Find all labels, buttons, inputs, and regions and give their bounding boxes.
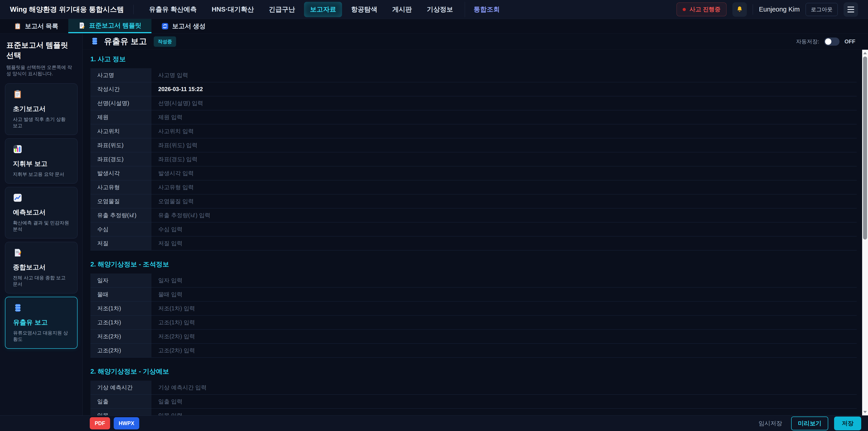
user-name: Eunjeong Kim (759, 6, 800, 13)
form-row: 작성시간2026-03-11 15:22 (90, 82, 857, 96)
template-card-3[interactable]: 예측보고서확산예측 결과 및 민감자원 분석 (5, 187, 78, 239)
autosave-toggle[interactable] (824, 37, 839, 45)
template-card-desc: 사고 발생 직후 초기 상황 보고 (13, 116, 70, 129)
tab-label: 보고서 목록 (25, 22, 58, 31)
incident-status-badge: 사고 진행중 (677, 2, 726, 16)
autosave-label: 자동저장: (796, 38, 819, 45)
incident-dot-icon (683, 8, 686, 11)
save-button[interactable]: 저장 (834, 417, 861, 430)
template-card-desc: 유류오염사고 대응지원 상황도 (13, 330, 69, 342)
field-input[interactable]: 좌표(경도) 입력 (151, 152, 857, 166)
field-label: 일출 (90, 395, 151, 408)
field-input[interactable]: 사고위치 입력 (151, 124, 857, 138)
field-input[interactable]: 사고명 입력 (151, 68, 857, 82)
nav-item-6[interactable]: 게시판 (386, 2, 418, 17)
form-table-1: 사고명사고명 입력작성시간2026-03-11 15:22선명(시설명)선명(시… (90, 68, 857, 250)
scroll-down-arrow-icon[interactable] (862, 409, 868, 415)
template-card-5[interactable]: 유출유 보고유류오염사고 대응지원 상황도 (5, 297, 78, 349)
template-card-4[interactable]: 종합보고서전체 사고 대응 종합 보고 문서 (5, 242, 78, 294)
nav-item-7[interactable]: 기상정보 (421, 2, 459, 17)
nav-item-8[interactable]: 통합조회 (465, 2, 506, 17)
field-input[interactable]: 사고유형 입력 (151, 180, 857, 194)
oil-barrel-icon (90, 37, 99, 45)
field-label: 저조(1차) (90, 302, 151, 315)
template-card-title: 종합보고서 (13, 263, 70, 272)
field-label: 사고유형 (90, 180, 151, 194)
field-input[interactable]: 고조(2차) 입력 (151, 343, 857, 357)
field-input[interactable]: 저조(2차) 입력 (151, 330, 857, 343)
field-input[interactable]: 저질 입력 (151, 237, 857, 250)
chart-line-icon (13, 193, 22, 203)
field-input[interactable]: 오염물질 입력 (151, 194, 857, 208)
chart-bar-icon (13, 145, 22, 154)
field-input[interactable]: 2026-03-11 15:22 (151, 82, 857, 96)
nav-item-2[interactable]: HNS·대기확산 (206, 2, 260, 17)
form-row: 사고명사고명 입력 (90, 68, 857, 82)
field-label: 일자 (90, 274, 151, 287)
tab-3[interactable]: 보고서 생성 (151, 19, 216, 33)
nav-item-1[interactable]: 유출유 확산예측 (143, 2, 203, 17)
field-label: 선명(시설명) (90, 96, 151, 110)
hwpx-export-button[interactable]: HWPX (114, 417, 139, 429)
field-input[interactable]: 제원 입력 (151, 110, 857, 124)
form-row: 제원제원 입력 (90, 110, 857, 124)
nav-item-4[interactable]: 보고자료 (304, 2, 342, 17)
form-table-2: 일자일자 입력물때물때 입력저조(1차)저조(1차) 입력고조(1차)고조(1차… (90, 274, 857, 358)
scroll-up-arrow-icon[interactable] (862, 50, 868, 56)
incident-badge-label: 사고 진행중 (689, 5, 720, 13)
template-card-title: 지휘부 보고 (13, 159, 70, 168)
field-input[interactable]: 저조(1차) 입력 (151, 302, 857, 315)
notifications-button[interactable] (733, 2, 747, 17)
form-row: 저조(2차)저조(2차) 입력 (90, 330, 857, 343)
tab-label: 보고서 생성 (172, 22, 206, 31)
field-input[interactable]: 일자 입력 (151, 274, 857, 287)
template-card-title: 예측보고서 (13, 208, 70, 217)
logout-button[interactable]: 로그아웃 (806, 3, 838, 16)
template-card-title: 초기보고서 (13, 104, 70, 114)
form-row: 좌표(위도)좌표(위도) 입력 (90, 138, 857, 152)
tab-1[interactable]: 보고서 목록 (4, 19, 68, 33)
field-label: 일몰 (90, 409, 151, 415)
field-input[interactable]: 물때 입력 (151, 287, 857, 301)
field-input[interactable]: 일몰 입력 (151, 409, 857, 415)
field-input[interactable]: 유출 추정량(㎘) 입력 (151, 208, 857, 222)
temp-save-button[interactable]: 임시저장 (758, 420, 782, 427)
toggle-knob (825, 38, 831, 45)
field-input[interactable]: 좌표(위도) 입력 (151, 138, 857, 152)
form-row: 유출 추정량(㎘)유출 추정량(㎘) 입력 (90, 208, 857, 222)
bell-icon (736, 6, 743, 13)
field-input[interactable]: 기상 예측시간 입력 (151, 380, 857, 394)
pdf-export-button[interactable]: PDF (90, 417, 110, 429)
nav-menu: 유출유 확산예측HNS·대기확산긴급구난보고자료항공탐색게시판기상정보통합조회 (143, 2, 506, 17)
template-card-2[interactable]: 지휘부 보고지휘부 보고용 요약 문서 (5, 138, 78, 184)
template-sidebar: 표준보고서 템플릿 선택 템플릿을 선택하면 오른쪽에 작성 양식이 표시됩니다… (0, 33, 83, 431)
report-tabbar: 보고서 목록표준보고서 템플릿보고서 생성 (0, 19, 868, 33)
tab-2[interactable]: 표준보고서 템플릿 (68, 19, 151, 33)
field-label: 고조(1차) (90, 315, 151, 329)
form-row: 발생시각발생시각 입력 (90, 166, 857, 180)
nav-item-5[interactable]: 항공탐색 (345, 2, 383, 17)
nav-right-divider (753, 4, 753, 15)
top-navigation-bar: Wing 해양환경 위기대응 통합시스템 유출유 확산예측HNS·대기확산긴급구… (0, 0, 868, 19)
clipboard-icon (14, 23, 21, 30)
template-card-1[interactable]: 초기보고서사고 발생 직후 초기 상황 보고 (5, 83, 78, 135)
field-input[interactable]: 선명(시설명) 입력 (151, 96, 857, 110)
memo-icon (78, 22, 86, 29)
field-label: 물때 (90, 287, 151, 301)
scrollbar-thumb[interactable] (863, 57, 867, 240)
form-row: 선명(시설명)선명(시설명) 입력 (90, 96, 857, 110)
field-label: 발생시각 (90, 166, 151, 180)
section-heading-3: 2. 해양기상정보 - 기상예보 (90, 368, 862, 375)
field-label: 작성시간 (90, 82, 151, 96)
field-input[interactable]: 고조(1차) 입력 (151, 315, 857, 329)
vertical-scrollbar[interactable] (862, 50, 868, 415)
field-label: 저조(2차) (90, 330, 151, 343)
report-form-area: 1. 사고 정보사고명사고명 입력작성시간2026-03-11 15:22선명(… (83, 50, 862, 415)
field-input[interactable]: 발생시각 입력 (151, 166, 857, 180)
document-icon (13, 248, 22, 257)
field-input[interactable]: 수심 입력 (151, 222, 857, 236)
preview-button[interactable]: 미리보기 (791, 417, 828, 430)
field-input[interactable]: 일출 입력 (151, 395, 857, 408)
nav-item-3[interactable]: 긴급구난 (263, 2, 301, 17)
hamburger-menu-button[interactable] (844, 2, 858, 17)
